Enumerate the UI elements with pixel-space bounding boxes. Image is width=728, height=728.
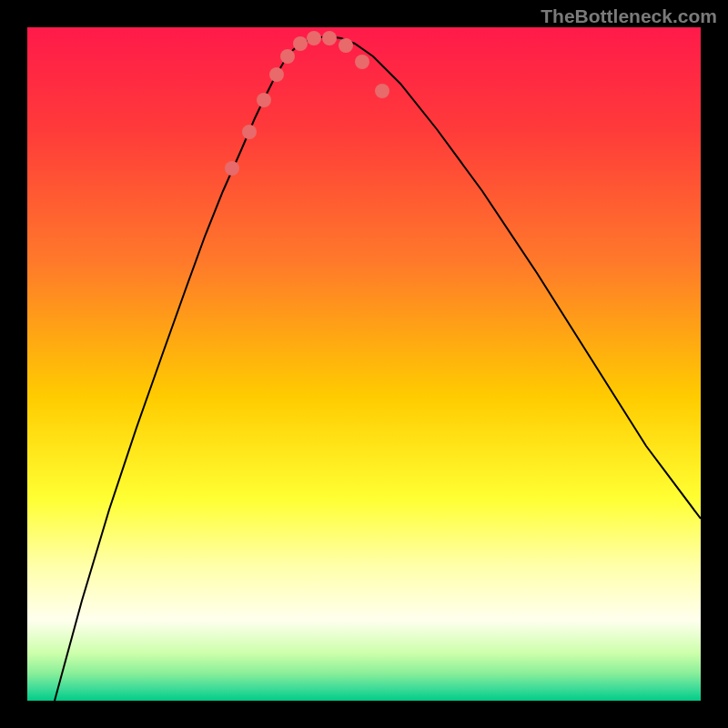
marker-point	[339, 38, 353, 53]
plot-area	[27, 27, 701, 701]
marker-point	[280, 49, 295, 64]
chart-container: TheBottleneck.com	[0, 0, 728, 728]
marker-point	[242, 125, 257, 139]
curve-markers	[225, 31, 389, 176]
curve-layer	[27, 27, 701, 701]
marker-point	[257, 93, 271, 107]
marker-point	[375, 84, 389, 98]
watermark-text: TheBottleneck.com	[541, 5, 717, 27]
marker-point	[293, 36, 308, 51]
marker-point	[322, 31, 337, 46]
marker-point	[307, 31, 321, 46]
marker-point	[225, 161, 239, 176]
marker-point	[269, 67, 284, 82]
marker-point	[355, 55, 369, 69]
bottleneck-curve	[55, 36, 701, 701]
